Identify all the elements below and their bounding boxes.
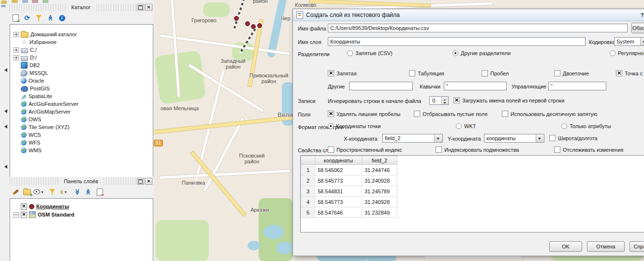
radio-point-coordinates[interactable]: Координаты точки: [328, 123, 381, 129]
checkbox-discard-empty[interactable]: Отбрасывать пустые поля: [414, 111, 487, 117]
collapse-all-button[interactable]: ≫: [83, 187, 93, 197]
refresh-button[interactable]: ⟳: [22, 13, 32, 23]
browser-tree[interactable]: Домашний каталог ☆Избранное C:/ D:/ DB2 …: [10, 24, 153, 178]
help-dialog-button[interactable]: Справка: [629, 241, 644, 252]
radio-custom-delimiters[interactable]: Другие разделители: [453, 50, 511, 56]
checkbox-space[interactable]: Пробел: [482, 70, 509, 76]
catalog-item-spatialite[interactable]: SpatiaLite: [10, 92, 52, 100]
browser-panel-titlebar[interactable]: Каталог: [9, 4, 153, 11]
escape-input[interactable]: ": [548, 82, 606, 90]
layer-item-osm-standard[interactable]: OSM Standard: [10, 211, 74, 218]
layer-styling-button[interactable]: [10, 187, 21, 197]
left-dock-edge: [0, 0, 9, 261]
float-panel-button[interactable]: [137, 4, 144, 11]
catalog-item-db2[interactable]: DB2: [10, 61, 40, 69]
catalog-item-drive-c[interactable]: C:/: [10, 46, 37, 54]
catalog-item-ows[interactable]: OWS: [10, 116, 41, 123]
expander-icon[interactable]: [14, 32, 19, 37]
x-field-combo[interactable]: field_2: [382, 134, 443, 143]
layers-tree[interactable]: Координаты OSM Standard: [10, 198, 153, 261]
properties-widget-button[interactable]: i: [57, 13, 67, 23]
skip-lines-spinbox[interactable]: 0: [429, 96, 449, 105]
quote-input[interactable]: ": [444, 82, 507, 90]
checkbox-tab[interactable]: Табуляция: [409, 70, 444, 76]
checkbox-icon: [328, 111, 334, 117]
layer-item-koordinaty[interactable]: Координаты: [10, 203, 69, 210]
ok-button[interactable]: OK: [549, 241, 582, 252]
catalog-item-tileserver[interactable]: Tile Server (XYZ): [10, 123, 70, 131]
table-row: 3 58.544831 31.245789: [301, 186, 397, 197]
radio-csv[interactable]: Запятые (CSV): [347, 50, 393, 56]
checkbox-watch-file[interactable]: Отслеживать изменения: [554, 146, 624, 153]
ok-button-label: OK: [562, 244, 570, 249]
checkbox-icon: [616, 70, 622, 76]
catalog-item-label: C:/: [30, 47, 37, 53]
checkbox-comma[interactable]: Запятая: [328, 70, 357, 76]
checkbox-trim-fields[interactable]: Удалять лишние пробелы: [328, 111, 400, 117]
expression-filter-button[interactable]: ε▼: [59, 187, 69, 197]
cell: 58.544831: [315, 186, 362, 197]
close-panel-button[interactable]: ✕: [145, 4, 152, 11]
cancel-button[interactable]: Отмена: [587, 241, 625, 252]
catalog-item-label: MSSQL: [29, 70, 48, 76]
radio-attributes-only[interactable]: Только атрибуты: [561, 123, 611, 129]
add-group-button[interactable]: [22, 187, 32, 197]
catalog-item-wms[interactable]: WMS: [10, 146, 42, 154]
y-field-combo[interactable]: координаты: [484, 134, 544, 143]
layers-panel-titlebar[interactable]: Панель слоёв: [9, 178, 153, 185]
sample-data-table[interactable]: координаты field_2 1 58.545062 31.244746…: [300, 155, 644, 232]
layer-item-label: OSM Standard: [38, 212, 74, 218]
browser-panel-title: Каталог: [67, 4, 95, 11]
checkbox-spatial-index[interactable]: Пространственный индекс: [328, 146, 402, 153]
catalog-item-postgis[interactable]: PostGIS: [10, 85, 50, 92]
catalog-item-favorites[interactable]: ☆Избранное: [10, 38, 57, 46]
checkbox-subset-index[interactable]: Индексировать подмножества: [436, 146, 519, 153]
spin-down-icon[interactable]: [442, 101, 448, 104]
layer-visibility-checkbox[interactable]: [21, 203, 27, 210]
file-name-input[interactable]: C:/Users/89539/Desktop/Координаты.csv: [328, 24, 628, 32]
map-themes-button[interactable]: ▼: [33, 187, 44, 197]
radio-regex[interactable]: Регулярное выражение: [610, 50, 644, 56]
radio-wkt[interactable]: WKT: [456, 123, 476, 129]
catalog-item-wfs[interactable]: WFS: [10, 139, 40, 146]
catalog-item-home[interactable]: Домашний каталог: [10, 30, 77, 38]
filter-legend-button[interactable]: [47, 187, 58, 197]
checkbox-first-row-fields[interactable]: Загружать имена полей из первой строки: [454, 97, 564, 103]
spin-up-icon[interactable]: [442, 97, 448, 101]
catalog-item-arcgismapserver[interactable]: ArcGisMapServer: [10, 108, 71, 116]
float-panel-button[interactable]: [137, 178, 144, 185]
point-feature: [234, 16, 239, 21]
add-group-icon: [23, 189, 31, 195]
expander-icon[interactable]: [14, 47, 19, 53]
panel-toggle-arrow[interactable]: [2, 68, 7, 72]
other-delimiter-input[interactable]: [349, 82, 413, 90]
encoding-combo[interactable]: System: [614, 37, 644, 46]
catalog-item-oracle[interactable]: Oracle: [10, 77, 44, 85]
layer-name-input[interactable]: Координаты: [328, 37, 585, 46]
collapse-all-button[interactable]: ≫: [45, 13, 56, 23]
catalog-item-drive-d[interactable]: D:/: [10, 54, 37, 61]
checkbox-semicolon[interactable]: Точка с запятой: [616, 70, 644, 76]
catalog-item-mssql[interactable]: MSSQL: [10, 69, 48, 77]
add-selected-layers-button[interactable]: [10, 13, 21, 23]
close-panel-button[interactable]: ✕: [145, 178, 152, 185]
map-park: [203, 2, 230, 17]
catalog-item-label: Tile Server (XYZ): [29, 124, 70, 130]
checkbox-dms[interactable]: Широта/долгота: [549, 135, 598, 141]
checkbox-decimal-comma[interactable]: Использовать десятичную запятую: [502, 111, 598, 117]
panel-toggle-arrow[interactable]: [2, 125, 7, 129]
expand-all-button[interactable]: ≫: [72, 187, 83, 197]
layer-visibility-checkbox[interactable]: [21, 212, 27, 218]
panel-toggle-arrow[interactable]: [2, 165, 7, 169]
catalog-item-wcs[interactable]: WCS: [10, 131, 41, 139]
filter-browser-button[interactable]: [33, 13, 44, 23]
expander-icon[interactable]: [14, 212, 19, 218]
help-button[interactable]: ?: [638, 11, 644, 19]
panel-toggle-arrow[interactable]: [2, 109, 7, 113]
expander-icon[interactable]: [14, 55, 19, 60]
catalog-item-arcgisfeatureserver[interactable]: ArcGisFeatureServer: [10, 100, 78, 108]
checkbox-colon[interactable]: Двоеточие: [554, 70, 589, 76]
dialog-titlebar[interactable]: Создать слой из текстового файла: [293, 9, 644, 21]
remove-layer-button[interactable]: [94, 187, 105, 197]
browse-button[interactable]: Обзор: [631, 23, 644, 33]
